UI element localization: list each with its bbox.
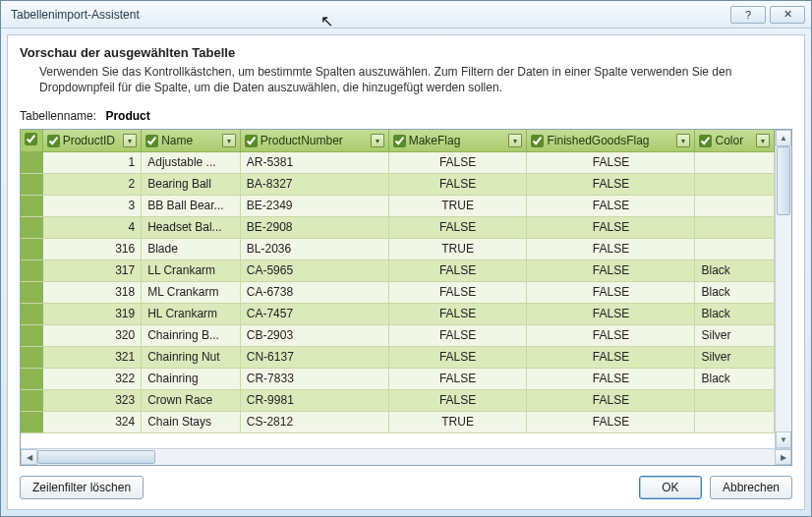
cell-name: LL Crankarm [142, 259, 241, 281]
column-header-productid[interactable]: ProductID▾ [42, 130, 142, 151]
client-area: Vorschau der ausgewählten Tabelle Verwen… [7, 34, 805, 510]
column-checkbox-productid[interactable] [47, 135, 60, 147]
cell-productnumber: BL-2036 [240, 238, 388, 259]
table-row[interactable]: 324Chain StaysCS-2812TRUEFALSE [21, 411, 775, 432]
cell-makeflag: FALSE [388, 368, 527, 389]
table-row[interactable]: 2Bearing BallBA-8327FALSEFALSE [21, 173, 775, 195]
cell-finishedgoodsflag: FALSE [527, 411, 695, 432]
scroll-down-icon[interactable]: ▼ [776, 431, 791, 448]
cell-finishedgoodsflag: FALSE [527, 151, 695, 173]
help-button[interactable]: ? [730, 6, 766, 24]
cell-makeflag: TRUE [388, 238, 527, 259]
cell-name: Headset Bal... [142, 216, 241, 238]
column-checkbox-name[interactable] [145, 135, 158, 147]
column-header-finishedgoodsflag[interactable]: FinishedGoodsFlag▾ [527, 130, 695, 151]
cell-color [695, 411, 775, 432]
filter-dropdown-icon[interactable]: ▾ [123, 134, 137, 147]
column-checkbox-color[interactable] [699, 135, 712, 147]
cell-color [695, 173, 775, 195]
table-row[interactable]: 321Chainring NutCN-6137FALSEFALSESilver [21, 346, 775, 368]
dialog-window: Tabellenimport-Assistent ? ✕ ↖ Vorschau … [0, 0, 812, 517]
row-select-cell[interactable] [21, 389, 42, 411]
row-select-cell[interactable] [21, 368, 42, 389]
table-row[interactable]: 3BB Ball Bear...BE-2349TRUEFALSE [21, 195, 775, 216]
scroll-up-icon[interactable]: ▲ [776, 130, 791, 146]
cell-color [695, 151, 775, 173]
select-all-checkbox[interactable] [25, 133, 37, 145]
column-header-makeflag[interactable]: MakeFlag▾ [388, 130, 527, 151]
cell-finishedgoodsflag: FALSE [527, 303, 695, 324]
cell-color: Black [695, 303, 775, 324]
filter-dropdown-icon[interactable]: ▾ [676, 134, 690, 147]
row-select-cell[interactable] [21, 195, 42, 216]
table-row[interactable]: 4Headset Bal...BE-2908FALSEFALSE [21, 216, 775, 238]
clear-row-filter-button[interactable]: Zeilenfilter löschen [20, 476, 144, 499]
vertical-scroll-thumb[interactable] [777, 146, 790, 215]
cell-finishedgoodsflag: FALSE [527, 324, 695, 346]
cell-makeflag: FALSE [388, 346, 527, 368]
cell-productid: 324 [42, 411, 142, 432]
cell-productid: 3 [42, 195, 142, 216]
page-heading: Vorschau der ausgewählten Tabelle [20, 45, 792, 60]
row-select-cell[interactable] [21, 324, 42, 346]
row-select-cell[interactable] [21, 411, 42, 432]
ok-button[interactable]: OK [639, 476, 702, 499]
column-checkbox-makeflag[interactable] [393, 135, 406, 147]
column-header-color[interactable]: Color▾ [695, 130, 775, 151]
vertical-scrollbar[interactable]: ▲ ▼ [775, 130, 791, 448]
cancel-button[interactable]: Abbrechen [710, 476, 792, 499]
cell-makeflag: FALSE [388, 259, 527, 281]
cell-name: HL Crankarm [142, 303, 241, 324]
filter-dropdown-icon[interactable]: ▾ [222, 134, 236, 147]
data-grid: ProductID▾Name▾ProductNumber▾MakeFlag▾Fi… [20, 129, 792, 466]
cell-productnumber: CB-2903 [240, 324, 388, 346]
column-checkbox-productnumber[interactable] [245, 135, 258, 147]
cell-name: BB Ball Bear... [142, 195, 241, 216]
row-select-cell[interactable] [21, 303, 42, 324]
cell-finishedgoodsflag: FALSE [527, 216, 695, 238]
cell-name: Chainring Nut [142, 346, 241, 368]
filter-dropdown-icon[interactable]: ▾ [371, 134, 384, 147]
column-header-name[interactable]: Name▾ [142, 130, 241, 151]
column-checkbox-finishedgoodsflag[interactable] [531, 135, 544, 147]
table-row[interactable]: 317LL CrankarmCA-5965FALSEFALSEBlack [21, 259, 775, 281]
filter-dropdown-icon[interactable]: ▾ [508, 134, 522, 147]
column-label: Name [161, 134, 219, 147]
cell-finishedgoodsflag: FALSE [527, 173, 695, 195]
cell-finishedgoodsflag: FALSE [527, 259, 695, 281]
cell-color: Silver [695, 346, 775, 368]
table-row[interactable]: 320Chainring B...CB-2903FALSEFALSESilver [21, 324, 775, 346]
cell-makeflag: TRUE [388, 195, 527, 216]
close-button[interactable]: ✕ [770, 6, 805, 24]
horizontal-scroll-thumb[interactable] [37, 450, 155, 464]
cell-finishedgoodsflag: FALSE [527, 281, 695, 303]
row-select-cell[interactable] [21, 216, 42, 238]
table-row[interactable]: 1Adjustable ...AR-5381FALSEFALSE [21, 151, 775, 173]
cell-name: Crown Race [142, 389, 241, 411]
cell-productid: 316 [42, 238, 142, 259]
table-row[interactable]: 319HL CrankarmCA-7457FALSEFALSEBlack [21, 303, 775, 324]
cell-productid: 319 [42, 303, 142, 324]
horizontal-scrollbar[interactable]: ◀ ▶ [21, 448, 791, 465]
scroll-right-icon[interactable]: ▶ [775, 449, 791, 465]
cell-makeflag: FALSE [388, 281, 527, 303]
select-all-header[interactable] [21, 130, 42, 151]
cell-productid: 4 [42, 216, 142, 238]
row-select-cell[interactable] [21, 238, 42, 259]
table-row[interactable]: 323Crown RaceCR-9981FALSEFALSE [21, 389, 775, 411]
column-header-productnumber[interactable]: ProductNumber▾ [240, 130, 388, 151]
scroll-left-icon[interactable]: ◀ [21, 449, 37, 465]
table-row[interactable]: 318ML CrankarmCA-6738FALSEFALSEBlack [21, 281, 775, 303]
row-select-cell[interactable] [21, 151, 42, 173]
row-select-cell[interactable] [21, 281, 42, 303]
column-label: ProductID [63, 134, 121, 147]
cell-color: Black [695, 368, 775, 389]
table-row[interactable]: 316BladeBL-2036TRUEFALSE [21, 238, 775, 259]
filter-dropdown-icon[interactable]: ▾ [756, 134, 770, 147]
row-select-cell[interactable] [21, 259, 42, 281]
cell-finishedgoodsflag: FALSE [527, 389, 695, 411]
row-select-cell[interactable] [21, 173, 42, 195]
table-row[interactable]: 322ChainringCR-7833FALSEFALSEBlack [21, 368, 775, 389]
cell-productnumber: BE-2908 [240, 216, 388, 238]
row-select-cell[interactable] [21, 346, 42, 368]
